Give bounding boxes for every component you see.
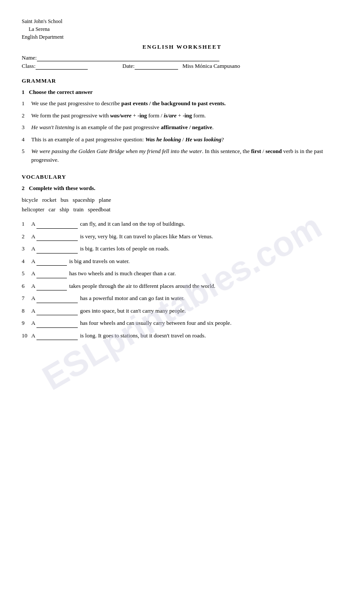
grammar-q4: 4 This is an example of a past progressi… [22,135,342,144]
worksheet-title: ENGLISH WORKSHEET [22,43,342,50]
vq4-text: A is big and travels on water. [31,257,342,266]
vq5-text: A has two wheels and is much cheaper tha… [31,269,342,278]
vocab-q8: 8 A goes into space, but it can't carry … [22,307,342,316]
q3-text: He wasn't listening is an example of the… [31,123,342,132]
vocab-q10: 10 A is long. It goes to stations, but i… [22,331,342,340]
vq7-num: 7 [22,294,31,303]
vq2-blank[interactable] [36,232,78,241]
q5-num: 5 [22,147,31,156]
date-label: Date: [122,63,135,70]
class-row: Class: Date: Miss Mónica Campusano [22,62,342,70]
word-bank-row2: helicopter car ship train speedboat [22,205,342,214]
exercise2-header: 2 Complete with these words. [22,185,342,192]
vq6-blank[interactable] [36,282,67,291]
vq6-text: A takes people through the air to differ… [31,282,342,291]
city-name: La Serena [29,25,342,33]
vq5-blank[interactable] [36,269,67,278]
exercise2-instruction: Complete with these words. [29,185,96,192]
grammar-q2: 2 We form the past progressive with was/… [22,111,342,120]
q5-text: We were passing the Golden Gate Bridge w… [31,147,342,164]
vq3-text: A is big. It carries lots of people on r… [31,244,342,254]
vocab-q9: 9 A has four wheels and can usually carr… [22,319,342,328]
q2-text: We form the past progressive with was/we… [31,111,342,120]
vocab-q3: 3 A is big. It carries lots of people on… [22,244,342,254]
vq9-blank[interactable] [36,319,78,328]
vq7-text: A has a powerful motor and can go fast i… [31,294,342,303]
vq4-blank[interactable] [36,257,67,266]
vq3-num: 3 [22,244,31,253]
department: English Department [22,33,342,41]
vq7-blank[interactable] [36,294,78,303]
q3-num: 3 [22,123,31,132]
vocab-q6: 6 A takes people through the air to diff… [22,282,342,291]
vq9-text: A has four wheels and can usually carry … [31,319,342,328]
vocabulary-section-title: VOCABULARY [22,174,342,180]
vq10-num: 10 [22,331,31,340]
grammar-section-title: GRAMMAR [22,77,342,84]
q4-text: This is an example of a past progressive… [31,135,342,144]
class-field[interactable] [36,62,88,70]
grammar-q1: 1 We use the past progressive to describ… [22,99,342,108]
name-field[interactable] [37,54,219,61]
grammar-q5: 5 We were passing the Golden Gate Bridge… [22,147,342,164]
vocab-q4: 4 A is big and travels on water. [22,257,342,266]
q4-num: 4 [22,135,31,144]
school-name: Saint John's School [22,17,342,25]
vq1-num: 1 [22,220,31,228]
vq2-num: 2 [22,232,31,241]
date-field[interactable] [135,62,178,70]
vq10-text: A is long. It goes to stations, but it d… [31,331,342,340]
vq4-num: 4 [22,257,31,266]
name-label: Name: [22,54,37,61]
exercise1-header: 1 Choose the correct answer [22,89,342,96]
vq5-num: 5 [22,269,31,278]
vq6-num: 6 [22,282,31,290]
vocab-q5: 5 A has two wheels and is much cheaper t… [22,269,342,278]
vq8-num: 8 [22,307,31,315]
vocab-q2: 2 A is very, very big. It can travel to … [22,232,342,241]
vocab-q1: 1 A can fly, and it can land on the top … [22,220,342,229]
exercise1-instruction: Choose the correct answer [29,89,93,96]
school-header: Saint John's School La Serena English De… [22,17,342,41]
vq2-text: A is very, very big. It can travel to pl… [31,232,342,241]
vq1-text: A can fly, and it can land on the top of… [31,220,342,229]
teacher-name: Miss Mónica Campusano [182,63,240,70]
q2-num: 2 [22,111,31,120]
vq8-blank[interactable] [36,307,78,316]
vq10-blank[interactable] [36,331,78,340]
name-row: Name: [22,54,342,61]
word-bank: bicycle rocket bus spaceship plane helic… [22,195,342,214]
word-bank-row1: bicycle rocket bus spaceship plane [22,195,342,205]
exercise2-number: 2 [22,185,25,192]
vq3-blank[interactable] [36,244,78,254]
vq1-blank[interactable] [36,220,78,229]
class-label: Class: [22,63,36,70]
vq9-num: 9 [22,319,31,327]
q1-text: We use the past progressive to describe … [31,99,342,108]
vocab-q7: 7 A has a powerful motor and can go fast… [22,294,342,303]
q1-num: 1 [22,99,31,108]
vq8-text: A goes into space, but it can't carry ma… [31,307,342,316]
exercise1-number: 1 [22,89,25,96]
grammar-q3: 3 He wasn't listening is an example of t… [22,123,342,132]
